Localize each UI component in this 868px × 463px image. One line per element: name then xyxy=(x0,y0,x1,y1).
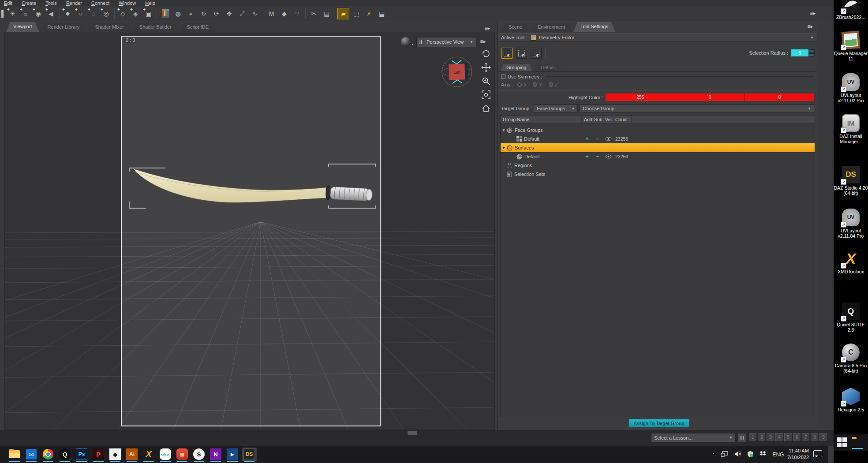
lasso-select-icon[interactable]: ► xyxy=(516,48,527,59)
sphere-dropdown-arrow-icon[interactable]: ▼ xyxy=(411,43,414,46)
taskbar-xmd-toolbox[interactable]: X xyxy=(141,448,156,461)
marquee-select-icon[interactable]: ► xyxy=(501,48,513,59)
rotate-tool-icon[interactable]: ↻ xyxy=(198,8,210,19)
tree-row-face-groups-default[interactable]: Default + − 23256 xyxy=(501,134,815,143)
aspect-sphere-icon[interactable] xyxy=(401,37,411,47)
lesson-4-button[interactable]: 4 xyxy=(775,433,783,441)
tab-environment[interactable]: Environment xyxy=(531,23,572,32)
pan-icon[interactable] xyxy=(481,63,491,72)
subtract-button[interactable]: − xyxy=(592,136,603,142)
new-bone-icon[interactable]: +◎ xyxy=(100,8,112,19)
col-count[interactable]: Count xyxy=(613,116,632,123)
new-distant-light-icon[interactable]: +☀ xyxy=(7,8,19,19)
tab-scene[interactable]: Scene xyxy=(501,23,529,32)
axis-z-radio[interactable] xyxy=(549,82,553,87)
expander-icon[interactable]: ▼ xyxy=(501,128,507,132)
taskbar-chrome[interactable] xyxy=(41,448,56,461)
taskbar-movies-tv[interactable]: ▶ xyxy=(225,448,240,461)
taskbar-mail[interactable]: ✉ xyxy=(24,448,39,461)
viewport-pane-menu-icon[interactable]: ≡▸ xyxy=(483,26,491,32)
tab-shader-builder[interactable]: Shader Builder xyxy=(132,23,179,32)
flash-tool-icon[interactable]: ⚡ xyxy=(363,8,375,19)
col-add[interactable]: Add xyxy=(582,116,592,123)
viewport-options-menu-icon[interactable]: ≡▸ xyxy=(479,39,487,45)
menu-edit[interactable]: Edit xyxy=(0,0,16,6)
subtract-button[interactable]: − xyxy=(592,153,603,160)
render-grid-icon[interactable] xyxy=(159,8,171,19)
taskbar-file-explorer[interactable] xyxy=(7,448,22,461)
col-sub[interactable]: Sub xyxy=(592,116,603,123)
orbit-icon[interactable] xyxy=(481,49,491,59)
tree-row-surfaces[interactable]: ▼ Surfaces xyxy=(501,143,815,152)
camera-tool-icon[interactable]: ⬓ xyxy=(376,8,388,19)
visibility-eye-icon[interactable] xyxy=(603,137,614,141)
curve-tool-icon[interactable]: ∿ xyxy=(249,8,261,19)
lesson-7-button[interactable]: 7 xyxy=(802,433,810,441)
translate-tool-icon[interactable]: ✥ xyxy=(223,8,235,19)
home-icon[interactable] xyxy=(481,104,491,113)
lesson-5-button[interactable]: 5 xyxy=(784,433,792,441)
menu-help[interactable]: Help xyxy=(141,0,159,6)
drag-select-icon[interactable]: ► xyxy=(531,48,542,59)
taskbar-onenote[interactable]: N xyxy=(208,448,223,461)
taskbar-red-p-app[interactable]: P xyxy=(91,448,106,461)
viewport-3d[interactable]: 2 : 3 xyxy=(4,32,495,430)
taskbar-black-q-app[interactable]: Q xyxy=(57,448,72,461)
taskbar-illustrator[interactable]: Ai xyxy=(124,448,139,461)
lesson-1-button[interactable]: 1 xyxy=(749,433,757,441)
taskbar-red-app[interactable]: ▦ xyxy=(175,448,190,461)
figures-tool-icon[interactable]: ⑂ xyxy=(291,8,303,19)
subtab-details[interactable]: Details xyxy=(535,64,562,71)
scroll-notch[interactable] xyxy=(408,431,417,435)
menu-window[interactable]: Window xyxy=(115,0,140,6)
highlight-g-value[interactable]: 0 xyxy=(675,93,745,101)
new-primitive-icon[interactable]: +⬥ xyxy=(62,8,74,19)
tab-viewport[interactable]: Viewport xyxy=(6,22,39,32)
highlight-r-value[interactable]: 255 xyxy=(606,93,675,101)
orbit-tool-icon[interactable]: ⟳ xyxy=(210,8,222,19)
desktop-icon-xmd-toolbox[interactable]: X↗ XMDToolbox xyxy=(834,249,868,274)
new-instance-icon[interactable]: +◈ xyxy=(130,8,142,19)
lesson-clapper-icon[interactable] xyxy=(737,433,747,442)
col-vis[interactable]: Vis xyxy=(603,116,613,123)
subtab-grouping[interactable]: Grouping xyxy=(500,64,532,71)
menu-connect[interactable]: Connect xyxy=(87,0,113,6)
taskbar-s-app[interactable]: S xyxy=(191,448,206,461)
choose-group-dropdown[interactable]: Choose Group... ▼ xyxy=(580,105,814,112)
select-lesson-dropdown[interactable]: Select a Lesson... ▼ xyxy=(651,433,736,442)
menu-tools[interactable]: Tools xyxy=(41,0,61,6)
tray-network-icon[interactable] xyxy=(721,451,728,458)
assign-to-target-group-button[interactable]: Assign To Target Group xyxy=(629,419,689,427)
desktop-icon-quixel-suite[interactable]: Q↗ Quixel SUITE 2.3 xyxy=(834,302,868,332)
active-tool-value[interactable]: Geometry Editor xyxy=(539,35,574,40)
taskbar-unity[interactable]: ◆ xyxy=(108,448,123,461)
menu-render[interactable]: Render xyxy=(62,0,86,6)
window-panes-icon[interactable]: ≡▸ xyxy=(809,11,817,17)
tray-defender-icon[interactable] xyxy=(747,451,753,459)
desktop-icon-queue-manager[interactable]: ↗ Queue Manager 11 xyxy=(834,31,868,61)
tree-row-selection-sets[interactable]: Selection Sets xyxy=(501,170,815,179)
new-dform-icon[interactable]: +◌ xyxy=(87,8,99,19)
node-selection-tool-icon[interactable]: ➢ xyxy=(185,8,197,19)
taskbar-cricut[interactable]: cricut xyxy=(158,448,173,461)
tab-tool-settings[interactable]: Tool Settings xyxy=(573,22,615,32)
frame-icon[interactable] xyxy=(481,90,491,100)
chevron-down-icon[interactable]: ▼ xyxy=(810,36,814,40)
knife-tool-icon[interactable]: ✂ xyxy=(308,8,320,19)
measure-m-tool-icon[interactable]: M xyxy=(266,8,277,19)
taskbar-daz-studio[interactable]: DS xyxy=(242,448,257,461)
tree-row-face-groups[interactable]: ▼ Face Groups xyxy=(501,126,815,134)
transfer-box-tool-icon[interactable]: ⬚ xyxy=(350,8,362,19)
use-symmetry-checkbox[interactable] xyxy=(501,75,505,79)
axis-x-radio[interactable] xyxy=(517,82,522,87)
tray-chevron-up-icon[interactable]: ⌃ xyxy=(711,452,715,457)
geometry-editor-tool-icon[interactable]: ▰ xyxy=(337,8,349,19)
new-group-icon[interactable]: +◇ xyxy=(117,8,129,19)
desktop-icon-uvlayout-02[interactable]: UV↗ UVLayout v2.11.02 Pro xyxy=(834,73,868,103)
tray-dropbox-icon[interactable] xyxy=(760,451,766,458)
desktop-icon-daz-studio[interactable]: DS↗ DAZ Studio 4.20 (64-bit) xyxy=(834,165,868,196)
lesson-3-button[interactable]: 3 xyxy=(767,433,774,441)
tab-shader-mixer[interactable]: Shader Mixer xyxy=(88,23,131,32)
desktop-icon-daz-install-manager[interactable]: IM↗ DAZ Install Manager... xyxy=(834,114,868,144)
col-group-name[interactable]: Group Name xyxy=(501,116,582,123)
